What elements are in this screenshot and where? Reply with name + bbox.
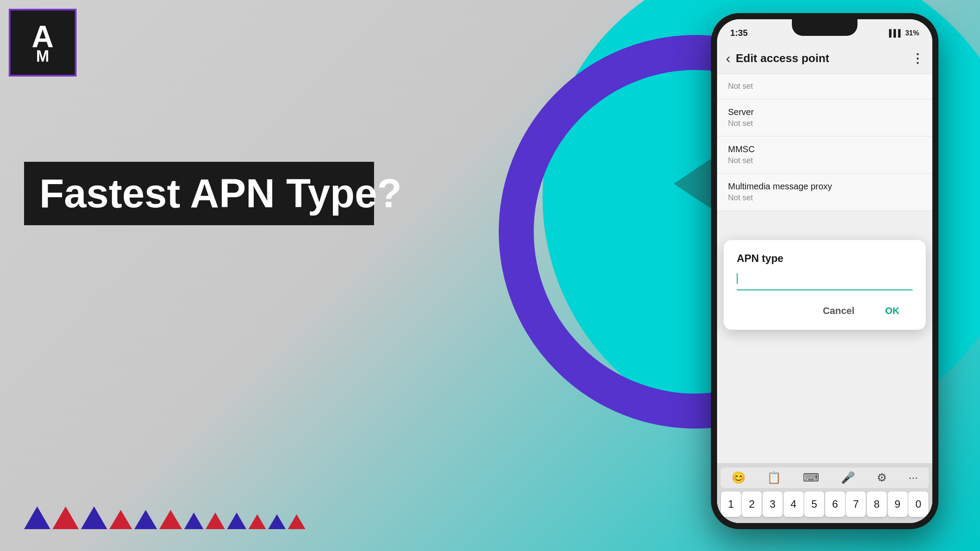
- setting-mmsc-label: MMSC: [728, 144, 921, 154]
- logo-letter-m: M: [36, 49, 49, 64]
- dialog-buttons: Cancel OK: [737, 301, 913, 321]
- key-8[interactable]: 8: [867, 492, 887, 517]
- triangle-4: [109, 510, 132, 529]
- channel-logo: A M: [9, 9, 77, 77]
- headline-banner: Fastest APN Type?: [24, 162, 374, 225]
- settings-list: Not set Server Not set MMSC Not set Mult…: [717, 74, 932, 523]
- triangle-10: [248, 514, 266, 529]
- apn-type-input[interactable]: [739, 274, 898, 285]
- setting-item-server[interactable]: Server Not set: [717, 99, 932, 136]
- setting-mms-proxy-label: Multimedia message proxy: [728, 181, 921, 192]
- app-title: Edit access point: [736, 52, 911, 65]
- setting-item-notset[interactable]: Not set: [717, 74, 932, 99]
- triangle-7: [184, 513, 203, 529]
- status-icons: ▌▌▌ 31%: [889, 29, 919, 37]
- key-6[interactable]: 6: [825, 492, 845, 517]
- triangle-12: [288, 514, 305, 529]
- app-header: ‹ Edit access point ⋮: [717, 43, 932, 74]
- setting-item-mms-proxy[interactable]: Multimedia message proxy Not set: [717, 174, 932, 211]
- key-2[interactable]: 2: [742, 492, 762, 517]
- keyboard-number-row: 1 2 3 4 5 6 7 8 9 0: [721, 492, 929, 517]
- key-4[interactable]: 4: [784, 492, 804, 517]
- on-screen-keyboard: 😊 📋 ⌨ 🎤 ⚙ ··· 1 2 3 4 5 6 7 8 9 0: [717, 463, 932, 523]
- mic-icon[interactable]: 🎤: [841, 471, 855, 485]
- triangle-11: [268, 514, 286, 529]
- triangle-5: [134, 510, 157, 529]
- phone-device: 1:35 ▌▌▌ 31% ‹ Edit access point ⋮ Not s…: [711, 13, 938, 529]
- triangle-group-1: [24, 506, 305, 529]
- decorative-triangles: [24, 506, 305, 529]
- key-9[interactable]: 9: [888, 492, 908, 517]
- setting-item-mmsc[interactable]: MMSC Not set: [717, 136, 932, 174]
- setting-mmsc-value: Not set: [728, 156, 921, 165]
- keyboard-toolbar: 😊 📋 ⌨ 🎤 ⚙ ···: [721, 467, 929, 488]
- key-3[interactable]: 3: [763, 492, 783, 517]
- dialog-title: APN type: [737, 252, 913, 265]
- more-menu-button[interactable]: ⋮: [911, 51, 924, 66]
- phone-notch: [792, 19, 858, 36]
- key-5[interactable]: 5: [804, 492, 824, 517]
- back-button[interactable]: ‹: [726, 50, 731, 66]
- setting-mms-proxy-value: Not set: [728, 193, 921, 202]
- triangle-2: [52, 506, 79, 529]
- setting-server-label: Server: [728, 107, 921, 117]
- cancel-button[interactable]: Cancel: [810, 301, 868, 321]
- triangle-3: [81, 506, 107, 529]
- keyboard-icon[interactable]: ⌨: [803, 471, 819, 485]
- headline-text: Fastest APN Type?: [39, 171, 402, 216]
- signal-icon: ▌▌▌: [889, 29, 903, 37]
- key-1[interactable]: 1: [721, 492, 741, 517]
- status-time: 1:35: [730, 28, 748, 38]
- setting-notset-value: Not set: [728, 82, 921, 91]
- triangle-8: [206, 513, 225, 529]
- triangle-6: [159, 510, 182, 529]
- setting-server-value: Not set: [728, 119, 921, 128]
- dialog-input-container[interactable]: [737, 273, 913, 290]
- key-0[interactable]: 0: [908, 492, 928, 517]
- emoji-icon[interactable]: 😊: [732, 471, 746, 485]
- phone-screen: 1:35 ▌▌▌ 31% ‹ Edit access point ⋮ Not s…: [717, 19, 932, 523]
- apn-type-dialog: APN type Cancel OK: [724, 240, 926, 330]
- ok-button[interactable]: OK: [872, 301, 913, 321]
- triangle-9: [227, 513, 246, 529]
- battery-icon: 31%: [905, 29, 919, 37]
- text-cursor: [737, 273, 738, 284]
- more-icon[interactable]: ···: [909, 471, 918, 485]
- triangle-1: [24, 506, 50, 529]
- key-7[interactable]: 7: [846, 492, 866, 517]
- clipboard-icon[interactable]: 📋: [767, 471, 781, 485]
- settings-icon[interactable]: ⚙: [877, 471, 887, 485]
